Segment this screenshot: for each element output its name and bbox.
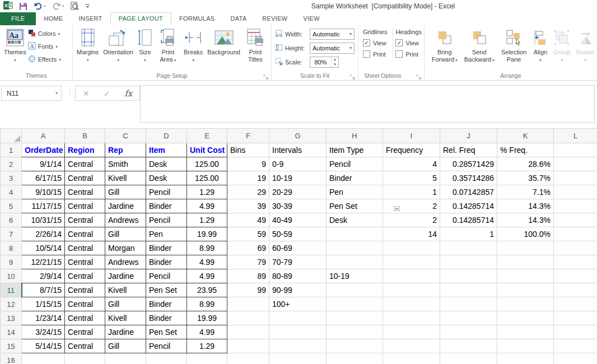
cell-B5[interactable]: Central	[65, 199, 105, 213]
cell-L13[interactable]	[554, 311, 597, 325]
cell-A9[interactable]: 12/21/15	[22, 255, 65, 269]
cell-E10[interactable]: 4.99	[187, 269, 227, 283]
tab-view[interactable]: VIEW	[296, 12, 328, 25]
cell-F2[interactable]: 9	[227, 157, 269, 171]
cell-J10[interactable]	[440, 269, 497, 283]
name-box[interactable]: N11 ▾	[1, 86, 62, 101]
row-header-14[interactable]: 14	[1, 325, 22, 339]
tab-formulas[interactable]: FORMULAS	[171, 12, 223, 25]
gridlines-print-checkbox[interactable]: Print	[363, 50, 387, 58]
col-header-F[interactable]: F	[227, 129, 269, 143]
cell-J8[interactable]	[440, 241, 497, 255]
cell-I16[interactable]	[383, 353, 440, 364]
cell-A3[interactable]: 6/17/15	[22, 171, 65, 185]
rotate-button[interactable]: Rotate▾	[575, 26, 596, 70]
bring-forward-button[interactable]: Bring Forward▾	[429, 26, 460, 70]
cell-I5[interactable]: 2	[383, 199, 440, 213]
orientation-button[interactable]: Orientation▾	[101, 26, 135, 70]
tab-file[interactable]: FILE	[0, 12, 36, 25]
cell-J2[interactable]: 0.28571429	[440, 157, 497, 171]
spin-up-icon[interactable]: ▲	[332, 57, 338, 62]
cell-L10[interactable]	[554, 269, 597, 283]
selection-pane-button[interactable]: Selection Pane	[498, 26, 529, 70]
cell-A14[interactable]: 3/24/15	[22, 325, 65, 339]
customize-quick-access-button[interactable]	[85, 3, 90, 10]
tab-home[interactable]: HOME	[36, 12, 71, 25]
cell-G3[interactable]: 10-19	[269, 171, 327, 185]
cell-L9[interactable]	[554, 255, 597, 269]
theme-fonts-button[interactable]: A Fonts▾	[28, 41, 61, 52]
height-dropdown[interactable]: Automatic▾	[310, 43, 355, 54]
cell-I13[interactable]	[383, 311, 440, 325]
cell-G10[interactable]: 80-89	[269, 269, 327, 283]
cell-K1[interactable]: % Freq.	[497, 143, 554, 157]
cell-A5[interactable]: 11/17/15	[22, 199, 65, 213]
tab-insert[interactable]: INSERT	[71, 12, 110, 25]
cell-L12[interactable]	[554, 297, 597, 311]
cell-H16[interactable]	[327, 353, 383, 364]
cell-J6[interactable]: 0.14285714	[440, 213, 497, 227]
cell-L6[interactable]	[554, 213, 597, 227]
cell-D3[interactable]: Desk	[146, 171, 187, 185]
print-preview-button[interactable]	[70, 2, 79, 11]
col-header-B[interactable]: B	[65, 129, 105, 143]
cell-A10[interactable]: 2/9/14	[22, 269, 65, 283]
cell-I8[interactable]	[383, 241, 440, 255]
cell-K12[interactable]	[497, 297, 554, 311]
cell-C12[interactable]: Gill	[105, 297, 146, 311]
cell-H2[interactable]: Pencil	[327, 157, 383, 171]
cell-G4[interactable]: 20-29	[269, 185, 327, 199]
cell-C5[interactable]: Jardine	[105, 199, 146, 213]
row-header-15[interactable]: 15	[1, 339, 22, 353]
row-header-11[interactable]: 11	[1, 283, 22, 297]
col-header-E[interactable]: E	[187, 129, 227, 143]
cell-G9[interactable]: 70-79	[269, 255, 327, 269]
cell-A7[interactable]: 2/26/14	[22, 227, 65, 241]
print-titles-button[interactable]: Print Titles	[243, 26, 268, 70]
cell-L2[interactable]	[554, 157, 597, 171]
embedded-object-marker[interactable]	[394, 206, 400, 211]
headings-view-checkbox[interactable]: ✓View	[395, 39, 421, 46]
cell-J15[interactable]	[440, 339, 497, 353]
cell-D7[interactable]: Pen	[146, 227, 187, 241]
cell-H1[interactable]: Item Type	[327, 143, 383, 157]
cell-C13[interactable]: Kivell	[105, 311, 146, 325]
cell-A6[interactable]: 10/31/15	[22, 213, 65, 227]
cell-L5[interactable]	[554, 199, 597, 213]
cell-K13[interactable]	[497, 311, 554, 325]
cell-H3[interactable]: Binder	[327, 171, 383, 185]
cell-B11[interactable]: Central	[65, 283, 105, 297]
cell-D16[interactable]	[146, 353, 187, 364]
col-header-D[interactable]: D	[146, 129, 187, 143]
cell-J7[interactable]: 1	[440, 227, 497, 241]
spin-down-icon[interactable]: ▼	[332, 62, 338, 67]
cell-J9[interactable]	[440, 255, 497, 269]
cell-F5[interactable]: 39	[227, 199, 269, 213]
col-header-L[interactable]: L	[554, 129, 597, 143]
tab-page-layout[interactable]: PAGE LAYOUT	[110, 12, 171, 25]
row-header-8[interactable]: 8	[1, 241, 22, 255]
cell-B10[interactable]: Central	[65, 269, 105, 283]
cell-H9[interactable]	[327, 255, 383, 269]
size-button[interactable]: Size▾	[136, 26, 154, 70]
cell-E3[interactable]: 125.00	[187, 171, 227, 185]
themes-button[interactable]: Aa Themes▾	[2, 26, 28, 70]
align-button[interactable]: Align▾	[531, 26, 549, 70]
width-dropdown[interactable]: Automatic▾	[310, 29, 355, 40]
cell-K7[interactable]: 100.0%	[497, 227, 554, 241]
row-header-7[interactable]: 7	[1, 227, 22, 241]
cell-C6[interactable]: Andrews	[105, 213, 146, 227]
cell-B8[interactable]: Central	[65, 241, 105, 255]
cell-G1[interactable]: Intervals	[269, 143, 327, 157]
scale-spinner[interactable]: 80% ▲▼	[310, 57, 339, 68]
cell-E13[interactable]: 19.99	[187, 311, 227, 325]
cell-C1[interactable]: Rep	[105, 143, 146, 157]
cell-H13[interactable]	[327, 311, 383, 325]
cell-E4[interactable]: 1.29	[187, 185, 227, 199]
cell-C3[interactable]: Kivell	[105, 171, 146, 185]
cell-D2[interactable]: Desk	[146, 157, 187, 171]
gridlines-view-checkbox[interactable]: ✓View	[363, 39, 387, 46]
cell-E6[interactable]: 1.29	[187, 213, 227, 227]
cell-G2[interactable]: 0-9	[269, 157, 327, 171]
cell-J13[interactable]	[440, 311, 497, 325]
